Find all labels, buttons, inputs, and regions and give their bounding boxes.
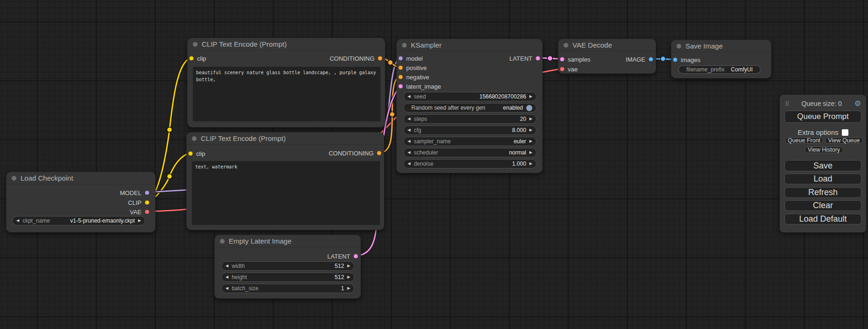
scheduler-widget[interactable]: ◀ scheduler normal ▶ bbox=[403, 148, 536, 157]
clip-port-icon[interactable] bbox=[145, 200, 149, 205]
output-conditioning[interactable]: CONDITIONING bbox=[330, 54, 382, 63]
increment-arrow-icon[interactable]: ▶ bbox=[529, 95, 532, 98]
clear-button[interactable]: Clear bbox=[784, 200, 861, 211]
conditioning-port-icon[interactable] bbox=[377, 151, 381, 155]
ckpt-name-widget[interactable]: ◀ ckpt_name v1-5-pruned-emaonly.ckpt ▶ bbox=[12, 216, 145, 225]
clip-port-icon[interactable] bbox=[188, 151, 193, 156]
collapse-dot-icon[interactable] bbox=[220, 239, 225, 244]
decrement-arrow-icon[interactable]: ◀ bbox=[226, 275, 228, 279]
decrement-arrow-icon[interactable]: ◀ bbox=[408, 162, 410, 166]
save-button[interactable]: Save bbox=[784, 160, 861, 171]
increment-arrow-icon[interactable]: ▶ bbox=[529, 128, 532, 132]
node-empty-latent-image[interactable]: Empty Latent Image LATENT ◀ width 512 ▶ … bbox=[214, 235, 361, 299]
model-port-icon[interactable] bbox=[398, 56, 403, 61]
node-save-image[interactable]: Save Image images filename_prefix ComfyU… bbox=[671, 40, 771, 78]
increment-arrow-icon[interactable]: ▶ bbox=[347, 287, 350, 290]
queue-prompt-button[interactable]: Queue Prompt bbox=[784, 111, 861, 123]
increment-arrow-icon[interactable]: ▶ bbox=[529, 151, 532, 154]
height-widget[interactable]: ◀ height 512 ▶ bbox=[221, 273, 354, 282]
vae-port-icon[interactable] bbox=[560, 67, 565, 71]
image-port-icon[interactable] bbox=[649, 57, 653, 62]
refresh-button[interactable]: Refresh bbox=[784, 187, 861, 198]
load-default-button[interactable]: Load Default bbox=[784, 214, 861, 224]
decrement-arrow-icon[interactable]: ◀ bbox=[408, 95, 410, 98]
node-ksampler[interactable]: KSampler model positive negative latent_… bbox=[396, 39, 543, 173]
load-button[interactable]: Load bbox=[784, 174, 861, 184]
settings-gear-icon[interactable]: ⚙ bbox=[854, 100, 861, 107]
drag-handle-icon[interactable]: ⠿ bbox=[785, 100, 789, 107]
latent-port-icon[interactable] bbox=[353, 254, 358, 259]
output-vae[interactable]: VAE bbox=[130, 207, 149, 217]
collapse-dot-icon[interactable] bbox=[677, 44, 681, 49]
input-clip[interactable]: clip bbox=[189, 54, 206, 63]
extra-options-checkbox[interactable] bbox=[842, 129, 848, 136]
view-queue-button[interactable]: View Queue bbox=[825, 137, 863, 144]
decrement-arrow-icon[interactable]: ◀ bbox=[226, 264, 228, 268]
collapse-dot-icon[interactable] bbox=[402, 43, 407, 48]
increment-arrow-icon[interactable]: ▶ bbox=[529, 117, 532, 121]
input-model[interactable]: model bbox=[398, 54, 423, 63]
decrement-arrow-icon[interactable]: ◀ bbox=[408, 151, 410, 154]
conditioning-port-icon[interactable] bbox=[378, 56, 382, 61]
increment-arrow-icon[interactable]: ▶ bbox=[529, 162, 532, 166]
sampler-name-widget[interactable]: ◀ sampler_name euler ▶ bbox=[403, 137, 536, 146]
latent-port-icon[interactable] bbox=[398, 84, 403, 89]
latent-port-icon[interactable] bbox=[536, 56, 540, 61]
conditioning-port-icon[interactable] bbox=[398, 75, 403, 79]
node-clip-text-encode-positive[interactable]: CLIP Text Encode (Prompt) clip CONDITION… bbox=[187, 38, 385, 127]
batch-size-widget[interactable]: ◀ batch_size 1 ▶ bbox=[221, 284, 354, 293]
collapse-dot-icon[interactable] bbox=[193, 42, 198, 47]
node-vae-decode[interactable]: VAE Decode samples vae IMAGE bbox=[558, 39, 656, 74]
vae-port-icon[interactable] bbox=[145, 210, 149, 214]
node-clip-text-encode-negative[interactable]: CLIP Text Encode (Prompt) clip CONDITION… bbox=[186, 132, 384, 230]
decrement-arrow-icon[interactable]: ◀ bbox=[408, 128, 410, 132]
port-label: images bbox=[681, 56, 700, 63]
image-port-icon[interactable] bbox=[673, 57, 677, 62]
input-clip[interactable]: clip bbox=[188, 149, 205, 158]
conditioning-port-icon[interactable] bbox=[398, 65, 403, 70]
filename-prefix-widget[interactable]: filename_prefix ComfyUI bbox=[678, 65, 761, 74]
random-seed-toggle[interactable] bbox=[526, 105, 532, 111]
positive-prompt-textarea[interactable]: beautiful scenery nature glass bottle la… bbox=[193, 67, 381, 121]
decrement-arrow-icon[interactable]: ◀ bbox=[408, 140, 410, 143]
steps-widget[interactable]: ◀ steps 20 ▶ bbox=[403, 114, 536, 124]
output-model[interactable]: MODEL bbox=[120, 188, 149, 197]
input-vae[interactable]: vae bbox=[560, 64, 578, 74]
collapse-dot-icon[interactable] bbox=[12, 176, 16, 181]
cfg-widget[interactable]: ◀ cfg 8.000 ▶ bbox=[403, 126, 536, 135]
link-dot bbox=[390, 112, 395, 117]
output-image[interactable]: IMAGE bbox=[626, 55, 653, 64]
port-label: latent_image bbox=[406, 83, 441, 90]
output-clip[interactable]: CLIP bbox=[128, 198, 149, 207]
input-images[interactable]: images bbox=[673, 55, 700, 64]
input-negative[interactable]: negative bbox=[398, 72, 429, 82]
increment-arrow-icon[interactable]: ▶ bbox=[347, 264, 350, 268]
width-widget[interactable]: ◀ width 512 ▶ bbox=[221, 261, 354, 271]
increment-arrow-icon[interactable]: ▶ bbox=[138, 219, 141, 223]
negative-prompt-textarea[interactable]: text, watermark bbox=[192, 161, 380, 225]
collapse-dot-icon[interactable] bbox=[192, 136, 197, 141]
increment-arrow-icon[interactable]: ▶ bbox=[529, 140, 532, 143]
output-latent[interactable]: LATENT bbox=[327, 252, 358, 261]
decrement-arrow-icon[interactable]: ◀ bbox=[408, 117, 410, 121]
input-latent-image[interactable]: latent_image bbox=[398, 82, 441, 91]
increment-arrow-icon[interactable]: ▶ bbox=[347, 275, 350, 279]
widget-label: denoise bbox=[414, 161, 433, 167]
clip-port-icon[interactable] bbox=[189, 56, 194, 61]
denoise-widget[interactable]: ◀ denoise 1.000 ▶ bbox=[403, 159, 536, 168]
latent-port-icon[interactable] bbox=[560, 57, 565, 62]
model-port-icon[interactable] bbox=[145, 190, 149, 195]
decrement-arrow-icon[interactable]: ◀ bbox=[16, 219, 19, 223]
output-conditioning[interactable]: CONDITIONING bbox=[329, 148, 381, 158]
node-load-checkpoint[interactable]: Load Checkpoint MODEL CLIP VAE ◀ ckpt_na… bbox=[6, 172, 155, 232]
decrement-arrow-icon[interactable]: ◀ bbox=[226, 287, 228, 290]
queue-front-button[interactable]: Queue Front bbox=[785, 137, 823, 144]
input-samples[interactable]: samples bbox=[560, 55, 590, 64]
random-seed-widget[interactable]: Random seed after every gen enabled bbox=[403, 103, 536, 112]
node-title: Load Checkpoint bbox=[21, 174, 73, 182]
collapse-dot-icon[interactable] bbox=[564, 43, 568, 48]
output-latent[interactable]: LATENT bbox=[509, 54, 540, 63]
view-history-button[interactable]: View History bbox=[804, 147, 843, 153]
input-positive[interactable]: positive bbox=[398, 63, 427, 72]
seed-widget[interactable]: ◀ seed 156680208700286 ▶ bbox=[403, 92, 536, 101]
